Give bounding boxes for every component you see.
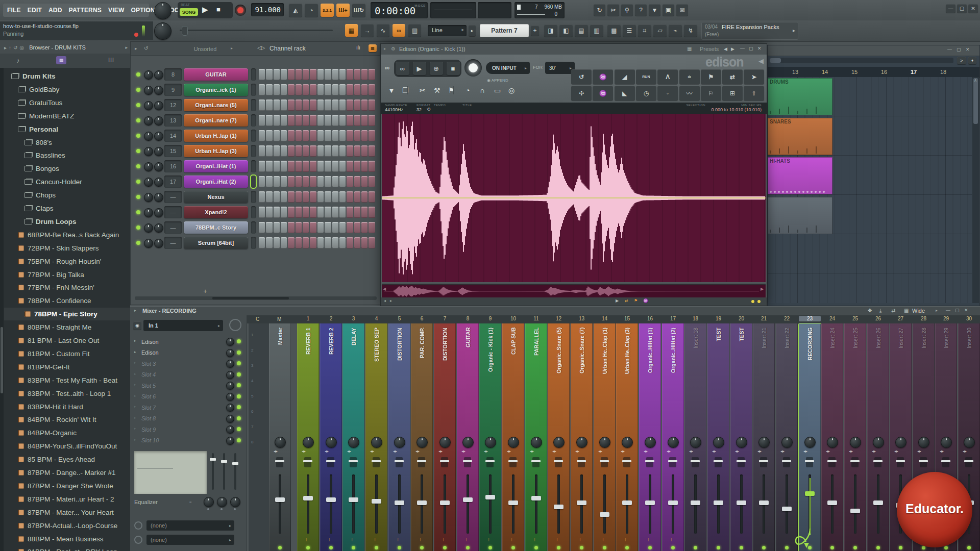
declick-icon[interactable]: ✣ — [571, 86, 592, 101]
mixer-maximize-button[interactable]: ▢ — [955, 308, 960, 313]
chat-icon[interactable]: ✉ — [676, 4, 688, 16]
step-cell[interactable] — [361, 176, 368, 187]
strip-pan-knob[interactable] — [462, 437, 474, 448]
step-cell[interactable] — [296, 69, 302, 80]
step-cell[interactable] — [339, 222, 346, 233]
strip-fader-handle[interactable] — [827, 500, 837, 505]
channel-vol-knob[interactable] — [154, 116, 163, 126]
step-cell[interactable] — [266, 145, 272, 157]
mixer-strip-9[interactable]: Organic - Kick (1)◂▸↑ — [479, 323, 501, 551]
step-cell[interactable] — [310, 207, 316, 218]
channel-vol-knob[interactable] — [154, 162, 163, 171]
step-cell[interactable] — [347, 161, 353, 172]
piano-icon[interactable]: ▥ — [408, 24, 421, 37]
strip-sep-slider-handle[interactable] — [577, 460, 586, 462]
step-cell[interactable] — [317, 115, 324, 126]
strip-width-arrows-icon[interactable]: ◂▸ — [507, 449, 511, 454]
mini-fader-groove[interactable] — [234, 453, 236, 490]
mixer-strip-12[interactable]: Organic..Snare (5)◂▸↑ — [548, 323, 570, 551]
strip-sep-slider[interactable] — [783, 457, 790, 467]
mixer-track-number-28[interactable]: 28 — [913, 316, 935, 321]
channel-button-serum-64bit-[interactable]: Serum [64bit] — [184, 237, 248, 249]
step-cell[interactable] — [303, 161, 309, 172]
playlist-clip-unnamed[interactable] — [768, 197, 832, 234]
step-cell[interactable] — [296, 207, 302, 218]
strip-width-arrows-icon[interactable]: ◂▸ — [780, 449, 785, 454]
mixer-strip-3[interactable]: DELAY◂▸↑ — [342, 323, 364, 551]
strip-pan-knob[interactable] — [303, 437, 314, 448]
strip-enable-led[interactable] — [671, 546, 675, 549]
edison-seek-button[interactable]: ⊕ — [430, 62, 443, 75]
playlist-close-button[interactable]: ✕ — [966, 47, 970, 52]
metronome-icon[interactable]: ◭ — [289, 4, 302, 17]
step-cell[interactable] — [325, 130, 331, 141]
strip-sep-slider[interactable] — [646, 457, 653, 467]
strip-width-arrows-icon[interactable]: ◂▸ — [644, 449, 648, 454]
channel-mute-led[interactable] — [136, 195, 140, 199]
channel-button-78bpm-c-story[interactable]: 78BPM..c Story — [184, 221, 248, 234]
step-cell[interactable] — [274, 176, 280, 187]
channel-selector[interactable] — [251, 84, 256, 96]
strip-fader-handle[interactable] — [463, 497, 473, 502]
browser-file-87bpm-actual-loop-course[interactable]: 87BPM-Actual..-Loop-Course — [4, 519, 130, 532]
slot-enable-led[interactable] — [237, 372, 241, 377]
step-seq-view-icon[interactable]: ▤ — [575, 24, 588, 37]
mixer-track-number-16[interactable]: 16 — [639, 316, 661, 321]
edison-mini-wave-icon[interactable]: ♒ — [643, 298, 648, 303]
strip-send-arrow-icon[interactable]: ↑ — [374, 537, 376, 542]
strip-width-arrows-icon[interactable]: ◂▸ — [484, 449, 488, 454]
channel-selector[interactable] — [251, 176, 256, 188]
strip-fader-handle[interactable] — [417, 500, 427, 505]
strip-enable-led[interactable] — [329, 546, 333, 549]
strip-fader-handle[interactable] — [645, 500, 655, 505]
step-cell[interactable] — [332, 191, 338, 203]
strip-send-arrow-icon[interactable]: ↑ — [419, 537, 422, 542]
edison-save-icon[interactable]: ▼ — [388, 86, 395, 94]
graph-view-icon[interactable]: ▥ — [590, 24, 603, 37]
strip-pan-knob[interactable] — [275, 437, 286, 448]
strip-send-arrow-icon[interactable]: ↑ — [670, 537, 673, 542]
step-cell[interactable] — [296, 237, 302, 248]
save-new-icon[interactable]: ▣ — [663, 4, 674, 16]
stop-button[interactable]: ■ — [216, 6, 220, 13]
mixer-track-number-17[interactable]: 17 — [662, 316, 684, 321]
mixer-strip-20[interactable]: TEST◂▸ — [730, 323, 752, 551]
channel-selector[interactable] — [251, 114, 256, 127]
channel-selector[interactable] — [251, 130, 256, 142]
step-cell[interactable] — [296, 191, 302, 203]
browser-file-78bpm-confidence[interactable]: 78BPM - Confidence — [4, 294, 130, 307]
step-cell[interactable] — [296, 84, 302, 95]
strip-pan-knob[interactable] — [645, 437, 656, 448]
paste-replace-icon[interactable]: ⇧ — [744, 86, 764, 101]
step-cell[interactable] — [288, 84, 294, 95]
strip-pan-knob[interactable] — [371, 437, 382, 448]
strip-sep-slider-handle[interactable] — [645, 460, 654, 462]
strip-sep-slider-handle[interactable] — [691, 460, 700, 462]
slot-enable-led[interactable] — [237, 383, 241, 387]
strip-sep-slider-handle[interactable] — [303, 460, 312, 462]
slot-mix-knob[interactable] — [226, 425, 234, 434]
edison-cut-icon[interactable]: ✂ — [420, 86, 426, 94]
mixer-track-number-21[interactable]: 21 — [753, 316, 775, 321]
step-cell[interactable] — [266, 115, 272, 126]
strip-sep-slider[interactable] — [942, 457, 949, 467]
step-cell[interactable] — [317, 176, 324, 187]
step-cell[interactable] — [369, 69, 375, 80]
mixer-track-number-19[interactable]: 19 — [707, 316, 729, 321]
strip-enable-led[interactable] — [375, 546, 378, 549]
step-cell[interactable] — [332, 145, 338, 157]
step-cell[interactable] — [274, 237, 280, 248]
strip-enable-led[interactable] — [398, 546, 401, 549]
mini-fader-handle[interactable] — [221, 460, 227, 463]
strip-fader-handle[interactable] — [508, 500, 518, 505]
channel-button-organi-ihat-2-[interactable]: Organi..iHat (2) — [184, 176, 248, 188]
mixer-input-icon[interactable]: ◉ — [133, 321, 141, 330]
blend-record-icon[interactable]: Ш+ — [336, 4, 350, 17]
step-cell[interactable] — [361, 222, 368, 233]
strip-fader-handle[interactable] — [600, 512, 609, 517]
step-cell[interactable] — [332, 161, 338, 172]
step-cell[interactable] — [303, 207, 309, 218]
mixer-input-clock[interactable] — [229, 319, 241, 331]
slot-mix-knob[interactable] — [226, 393, 234, 401]
channel-mute-led[interactable] — [136, 118, 140, 122]
